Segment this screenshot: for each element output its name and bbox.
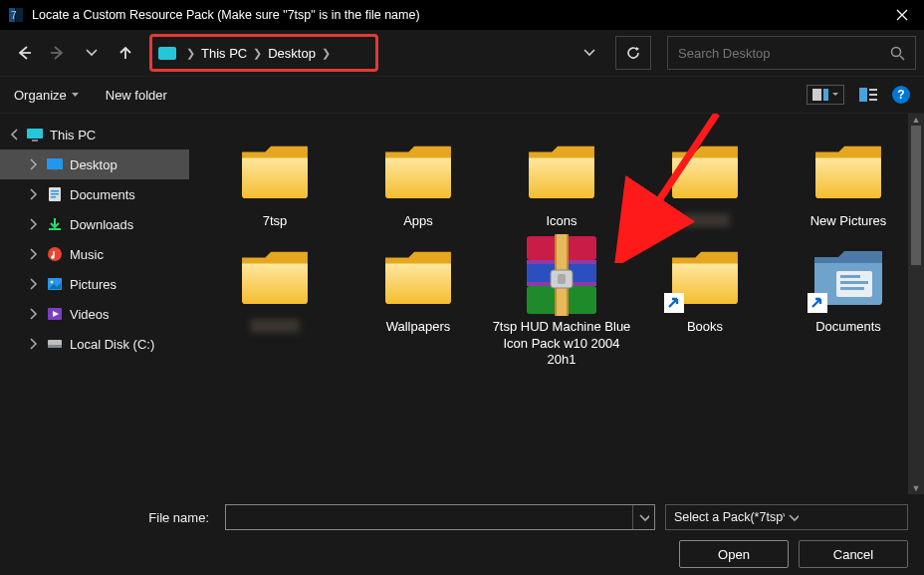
folder-redacted-2[interactable]	[203, 233, 346, 368]
sidebar-item-documents[interactable]: Documents	[0, 179, 189, 209]
close-button[interactable]	[879, 0, 924, 30]
search-icon[interactable]	[890, 46, 905, 61]
filename-label: File name:	[16, 510, 215, 525]
sidebar-item-videos[interactable]: Videos	[0, 299, 189, 329]
svg-rect-34	[558, 274, 566, 284]
up-button[interactable]	[110, 37, 141, 69]
this-pc-icon	[158, 47, 176, 60]
sidebar-item-downloads[interactable]: Downloads	[0, 209, 189, 239]
app-icon: 7	[6, 5, 26, 25]
sidebar-item-this-pc[interactable]: This PC	[0, 120, 189, 149]
nav-bar: ❯ This PC ❯ Desktop ❯	[0, 30, 924, 76]
svg-rect-39	[840, 287, 864, 290]
svg-point-26	[58, 346, 60, 348]
search-box[interactable]	[667, 36, 916, 70]
svg-rect-1	[16, 8, 23, 22]
shortcut-books[interactable]: Books	[633, 233, 777, 368]
title-bar: 7 Locate a Custom Resource Pack (Make su…	[0, 0, 924, 30]
chevron-right-icon: ❯	[253, 47, 262, 60]
scroll-up-button[interactable]: ▲	[908, 114, 924, 126]
file-type-filter[interactable]: Select a Pack(*7tsp*.7z;*7tsp*.zi	[665, 504, 908, 530]
svg-rect-11	[32, 140, 38, 142]
svg-rect-9	[869, 99, 877, 101]
archive-icon	[517, 233, 606, 317]
svg-point-22	[51, 281, 54, 284]
svg-rect-8	[869, 94, 877, 96]
svg-point-19	[48, 247, 62, 261]
documents-icon	[46, 185, 64, 203]
svg-text:7: 7	[11, 10, 17, 21]
monitor-icon	[26, 126, 44, 144]
view-large-icons-button[interactable]	[807, 85, 844, 105]
folder-7tsp[interactable]: 7tsp	[203, 128, 346, 229]
svg-rect-7	[869, 89, 877, 91]
svg-rect-37	[840, 275, 860, 278]
svg-rect-6	[859, 88, 867, 102]
breadcrumb-desktop[interactable]: Desktop	[268, 46, 316, 61]
desktop-icon	[46, 155, 64, 173]
cancel-button[interactable]: Cancel	[799, 540, 908, 568]
svg-rect-13	[52, 169, 58, 171]
footer: File name: Select a Pack(*7tsp*.7z;*7tsp…	[0, 494, 924, 575]
recent-dropdown[interactable]	[76, 37, 108, 69]
open-button[interactable]: Open	[679, 540, 789, 568]
folder-redacted[interactable]	[633, 128, 777, 229]
svg-rect-4	[812, 89, 821, 101]
svg-rect-18	[49, 228, 61, 230]
refresh-button[interactable]	[615, 36, 651, 70]
breadcrumb[interactable]: ❯ This PC ❯ Desktop ❯	[149, 34, 378, 72]
pictures-icon	[46, 275, 64, 293]
svg-rect-17	[51, 196, 56, 198]
chevron-right-icon: ❯	[322, 47, 331, 60]
svg-rect-15	[51, 190, 59, 192]
filename-dropdown[interactable]	[632, 505, 654, 529]
navigation-pane: This PC Desktop Documents Downloads Musi…	[0, 114, 189, 494]
drive-icon	[46, 335, 64, 353]
folder-apps[interactable]: Apps	[346, 128, 490, 229]
shortcut-arrow-icon	[664, 293, 684, 313]
view-details-button[interactable]	[858, 87, 878, 103]
file-7tsp-pack-archive[interactable]: 7tsp HUD Machine Blue Icon Pack w10 2004…	[490, 233, 633, 368]
folder-new-pictures[interactable]: New Pictures	[777, 128, 920, 229]
svg-rect-10	[27, 129, 43, 139]
toolbar: Organize New folder ?	[0, 76, 924, 114]
breadcrumb-this-pc[interactable]: This PC	[201, 46, 247, 61]
svg-rect-12	[47, 158, 63, 169]
search-input[interactable]	[678, 46, 890, 61]
filename-combobox[interactable]	[225, 504, 655, 530]
sidebar-item-music[interactable]: Music	[0, 239, 189, 269]
svg-point-3	[892, 47, 901, 56]
folder-wallpapers[interactable]: Wallpapers	[346, 233, 490, 368]
address-bar[interactable]: ❯ This PC ❯ Desktop ❯	[149, 36, 651, 70]
sidebar-item-local-disk-c[interactable]: Local Disk (C:)	[0, 329, 189, 359]
forward-button[interactable]	[42, 37, 74, 69]
new-folder-button[interactable]: New folder	[106, 88, 167, 103]
vertical-scrollbar[interactable]: ▲ ▼	[908, 114, 924, 494]
folder-icons[interactable]: Icons	[490, 128, 633, 229]
scroll-down-button[interactable]: ▼	[908, 482, 924, 494]
sidebar-item-pictures[interactable]: Pictures	[0, 269, 189, 299]
shortcut-arrow-icon	[808, 293, 827, 313]
help-button[interactable]: ?	[892, 86, 910, 104]
scrollbar-thumb[interactable]	[911, 126, 921, 265]
shortcut-documents[interactable]: Documents	[777, 233, 920, 368]
chevron-down-icon	[789, 512, 899, 522]
sidebar-item-desktop[interactable]: Desktop	[0, 149, 189, 179]
music-icon	[46, 245, 64, 263]
organize-menu[interactable]: Organize	[14, 88, 80, 103]
svg-rect-5	[823, 89, 828, 101]
chevron-right-icon: ❯	[186, 47, 195, 60]
downloads-icon	[46, 215, 64, 233]
file-list[interactable]: 7tsp Apps Icons New Pictures	[189, 114, 924, 494]
address-dropdown[interactable]	[576, 47, 603, 59]
videos-icon	[46, 305, 64, 323]
filename-input[interactable]	[226, 510, 632, 525]
back-button[interactable]	[8, 37, 40, 69]
svg-point-20	[51, 255, 55, 259]
svg-rect-16	[51, 193, 59, 195]
svg-rect-38	[840, 281, 868, 284]
window-title: Locate a Custom Resource Pack (Make sure…	[32, 8, 879, 22]
